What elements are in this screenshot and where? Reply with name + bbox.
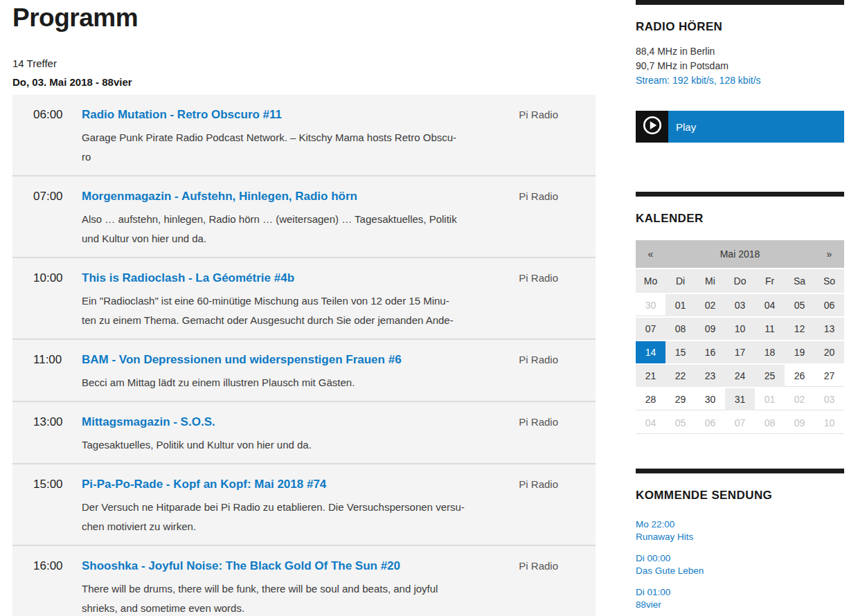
calendar-day[interactable]: 16 (695, 341, 725, 363)
program-title-link[interactable]: Shooshka - Joyful Noise: The Black Gold … (82, 559, 400, 574)
program-body: Morgenmagazin - Aufstehn, Hinlegen, Radi… (82, 189, 512, 248)
calendar-weekday: Sa (785, 269, 814, 293)
program-station: Pi Radio (512, 352, 596, 392)
program-title-link[interactable]: Pi-Pa-Po-Rade - Kopf an Kopf: Mai 2018 #… (82, 477, 326, 492)
calendar-week-row: 28 29 30 31 01 02 03 (636, 388, 844, 410)
calendar-day[interactable]: 12 (785, 318, 814, 340)
calendar-day[interactable]: 04 (755, 294, 785, 316)
calendar-day[interactable]: 17 (725, 341, 755, 363)
program-description-line: Ein "Radioclash" ist eine 60-minütige Mi… (82, 291, 512, 311)
calendar-day[interactable]: 09 (695, 318, 725, 340)
calendar-day[interactable]: 03 (725, 294, 755, 316)
play-button[interactable]: Play (636, 111, 844, 143)
program-row: 15:00 Pi-Pa-Po-Rade - Kopf an Kopf: Mai … (12, 464, 596, 546)
program-row: 06:00 Radio Mutation - Retro Obscuro #11… (12, 95, 596, 176)
calendar-day: 05 (665, 412, 695, 434)
upcoming-title-link[interactable]: 88vier (636, 599, 844, 611)
calendar-day[interactable]: 07 (636, 318, 665, 340)
section-divider (636, 469, 844, 473)
calendar-week-row: 04 05 06 07 08 09 10 (636, 412, 844, 434)
calendar-day-selected[interactable]: 14 (636, 341, 665, 363)
upcoming-item: Di 01:00 88vier (636, 586, 844, 611)
program-time: 13:00 (33, 415, 82, 455)
calendar-day: 30 (695, 388, 725, 410)
calendar-day[interactable]: 25 (755, 365, 785, 387)
upcoming-time-link[interactable]: Mo 22:00 (636, 518, 844, 531)
calendar-day[interactable]: 15 (665, 341, 695, 363)
calendar-day[interactable]: 18 (755, 341, 785, 363)
calendar-day[interactable]: 24 (725, 365, 755, 387)
program-description-line: Garage Punk Pirate Radio Podcast Network… (82, 128, 512, 147)
calendar-day: 30 (636, 294, 665, 316)
calendar-day[interactable]: 13 (814, 318, 844, 340)
program-title-link[interactable]: Morgenmagazin - Aufstehn, Hinlegen, Radi… (82, 189, 357, 204)
upcoming-heading: KOMMENDE SENDUNG (636, 489, 844, 502)
program-time: 15:00 (33, 477, 82, 536)
program-title-link[interactable]: This is Radioclash - La Géométrie #4b (82, 271, 294, 286)
program-description-line: There will be drums, there will be funk,… (82, 579, 512, 599)
program-row: 13:00 Mittagsmagazin - S.O.S. Tagesaktue… (12, 402, 596, 464)
play-icon (642, 115, 663, 138)
calendar-weekday: Mo (636, 269, 665, 293)
program-row: 07:00 Morgenmagazin - Aufstehn, Hinlegen… (12, 176, 596, 258)
program-time: 07:00 (33, 189, 82, 248)
calendar-prev-button[interactable]: « (636, 240, 665, 268)
upcoming-item: Di 00:00 Das Gute Leben (636, 552, 844, 577)
program-body: Mittagsmagazin - S.O.S. Tagesaktuelles, … (82, 415, 512, 455)
page: Programm 14 Treffer Do, 03. Mai 2018 - 8… (0, 0, 858, 616)
program-station: Pi Radio (512, 107, 596, 167)
program-time: 11:00 (33, 352, 82, 392)
upcoming-title-link[interactable]: Das Gute Leben (636, 565, 844, 577)
calendar-weekday-row: Mo Di Mi Do Fr Sa So (636, 269, 844, 293)
calendar-day[interactable]: 23 (695, 365, 725, 387)
frequency-line: 88,4 MHz in Berlin (636, 44, 844, 59)
calendar-day[interactable]: 22 (665, 365, 695, 387)
calendar-next-button[interactable]: » (814, 240, 844, 268)
program-title-link[interactable]: Radio Mutation - Retro Obscuro #11 (82, 107, 282, 123)
program-row: 10:00 This is Radioclash - La Géométrie … (12, 258, 596, 340)
sidebar: RADIO HÖREN 88,4 MHz in Berlin 90,7 MHz … (636, 0, 844, 616)
program-description-line: Also … aufstehn, hinlegen, Radio hörn … … (82, 210, 512, 229)
calendar-weekday: So (814, 269, 844, 293)
program-body: Shooshka - Joyful Noise: The Black Gold … (82, 559, 512, 616)
calendar-day[interactable]: 06 (814, 294, 844, 316)
section-divider (636, 0, 844, 5)
calendar-day[interactable]: 20 (814, 341, 844, 363)
calendar-day[interactable]: 08 (665, 318, 695, 340)
upcoming-time-link[interactable]: Di 01:00 (636, 586, 844, 599)
calendar-week-row: 07 08 09 10 11 12 13 (636, 318, 844, 340)
calendar-day[interactable]: 19 (785, 341, 814, 363)
program-title-link[interactable]: Mittagsmagazin - S.O.S. (82, 415, 215, 430)
calendar-day[interactable]: 21 (636, 365, 665, 387)
main-content: Programm 14 Treffer Do, 03. Mai 2018 - 8… (12, 0, 596, 616)
program-time: 10:00 (33, 271, 82, 330)
calendar-day[interactable]: 11 (755, 318, 785, 340)
calendar-month-row: « Mai 2018 » (636, 240, 844, 268)
calendar-day[interactable]: 05 (785, 294, 814, 316)
program-description-line: Der Versuch ne Hitparade bei Pi Radio zu… (82, 498, 512, 517)
program-station: Pi Radio (512, 559, 596, 616)
results-count: 14 Treffer (12, 57, 596, 69)
program-description-line: ro (82, 147, 512, 167)
frequency-block: 88,4 MHz in Berlin 90,7 MHz in Potsdam S… (636, 44, 844, 88)
calendar-day: 10 (814, 412, 844, 434)
upcoming-title-link[interactable]: Runaway Hits (636, 531, 844, 543)
program-row: 16:00 Shooshka - Joyful Noise: The Black… (12, 546, 596, 616)
upcoming-time-link[interactable]: Di 00:00 (636, 552, 844, 565)
spacer (636, 435, 844, 469)
calendar-day: 04 (636, 412, 665, 434)
calendar-week-row: 21 22 23 24 25 26 27 (636, 365, 844, 387)
program-title-link[interactable]: BAM - Von Depressionen und widerspenstig… (82, 352, 402, 368)
stream-link-192[interactable]: Stream: 192 kbit/s (636, 75, 714, 86)
calendar-day[interactable]: 01 (665, 294, 695, 316)
program-description-line: chen motiviert zu wirken. (82, 517, 512, 536)
upcoming-list: Mo 22:00 Runaway Hits Di 00:00 Das Gute … (636, 518, 844, 611)
calendar-day[interactable]: 10 (725, 318, 755, 340)
program-station: Pi Radio (512, 415, 596, 455)
calendar-day[interactable]: 31 (725, 388, 755, 410)
calendar-day[interactable]: 02 (695, 294, 725, 316)
calendar-month-label: Mai 2018 (665, 240, 814, 268)
spacer (636, 143, 844, 192)
stream-link-128[interactable]: 128 kbit/s (720, 75, 761, 86)
frequency-line: 90,7 MHz in Potsdam (636, 59, 844, 73)
